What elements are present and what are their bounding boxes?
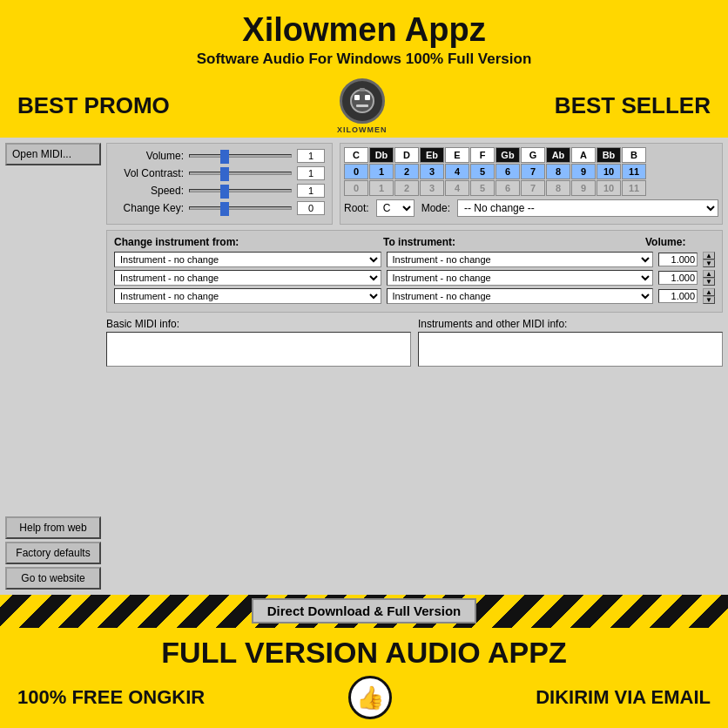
volume-up-1[interactable]: ▲ [703, 252, 715, 260]
note-B[interactable]: B [622, 147, 646, 163]
volume-value[interactable] [297, 149, 325, 163]
promo-right-label: BEST SELLER [555, 92, 711, 119]
help-from-web-button[interactable]: Help from web [5, 516, 101, 539]
factory-defaults-button[interactable]: Factory defaults [5, 542, 101, 564]
volume-header: Volume: [645, 236, 715, 248]
note-gray-3[interactable]: 3 [420, 180, 444, 196]
svg-rect-2 [365, 95, 370, 100]
note-num-5[interactable]: 5 [470, 164, 495, 179]
go-to-website-button[interactable]: Go to website [5, 567, 101, 590]
speed-slider-thumb[interactable] [220, 185, 229, 199]
note-num-3[interactable]: 3 [420, 164, 444, 179]
from-instrument-select-3[interactable]: Instrument - no change [114, 288, 381, 304]
basic-midi-textarea[interactable] [106, 332, 411, 367]
bottom-sub-right: DIKIRIM VIA EMAIL [536, 686, 711, 709]
left-sidebar: Open MIDI... Help from web Factory defau… [5, 143, 101, 590]
volume-down-3[interactable]: ▼ [703, 296, 715, 304]
vol-contrast-value[interactable] [297, 166, 325, 180]
logo-center: XILOWMEN [337, 78, 388, 134]
svg-rect-4 [360, 88, 365, 91]
to-instrument-header: To instrument: [383, 236, 638, 248]
note-Eb[interactable]: Eb [420, 147, 444, 163]
root-select[interactable]: CC#DEb [376, 199, 415, 217]
note-gray-11[interactable]: 11 [622, 180, 646, 196]
note-gray-9[interactable]: 9 [571, 180, 596, 196]
open-midi-button[interactable]: Open MIDI... [5, 143, 101, 165]
from-instrument-select-2[interactable]: Instrument - no change [114, 270, 381, 286]
note-Gb[interactable]: Gb [495, 147, 520, 163]
vol-contrast-slider-thumb[interactable] [220, 167, 229, 181]
center-content: Volume: Vol Contrast: Sp [106, 143, 723, 590]
note-num-4[interactable]: 4 [445, 164, 469, 179]
note-num-0[interactable]: 0 [344, 164, 368, 179]
note-num-7[interactable]: 7 [521, 164, 545, 179]
mode-select[interactable]: -- No change -- Major Minor [457, 199, 718, 217]
from-instrument-select-1[interactable]: Instrument - no change [114, 252, 381, 267]
volume-input-1[interactable] [658, 253, 698, 266]
note-Db[interactable]: Db [369, 147, 394, 163]
note-gray-1[interactable]: 1 [369, 180, 394, 196]
note-num-9[interactable]: 9 [571, 164, 596, 179]
basic-midi-box: Basic MIDI info: [106, 318, 411, 370]
note-grid: C Db D Eb E F Gb G Ab A Bb B 0 [344, 147, 718, 196]
note-D[interactable]: D [394, 147, 419, 163]
note-num-2[interactable]: 2 [394, 164, 419, 179]
change-key-value[interactable] [297, 201, 325, 215]
change-key-slider-thumb[interactable] [220, 202, 229, 216]
note-gray-8[interactable]: 8 [546, 180, 570, 196]
volume-down-1[interactable]: ▼ [703, 260, 715, 267]
volume-slider-track [189, 154, 292, 158]
note-Bb[interactable]: Bb [597, 147, 621, 163]
instrument-row-1: Instrument - no change Instrument - no c… [114, 252, 715, 267]
note-Ab[interactable]: Ab [546, 147, 570, 163]
stripe-bar: Direct Download & Full Version [0, 595, 728, 628]
note-G[interactable]: G [521, 147, 545, 163]
volume-down-2[interactable]: ▼ [703, 278, 715, 286]
change-key-slider-track [189, 206, 292, 210]
vol-contrast-label: Vol Contrast: [114, 167, 184, 179]
app-title: Xilowmen Appz [17, 12, 711, 49]
svg-rect-0 [351, 90, 374, 112]
note-num-10[interactable]: 10 [597, 164, 621, 179]
note-gray-5[interactable]: 5 [470, 180, 495, 196]
note-gray-2[interactable]: 2 [394, 180, 419, 196]
note-A[interactable]: A [571, 147, 596, 163]
change-from-header: Change instrument from: [114, 236, 369, 248]
note-num-8[interactable]: 8 [546, 164, 570, 179]
volume-input-2[interactable] [658, 271, 698, 285]
speed-slider-track [189, 189, 292, 192]
speed-label: Speed: [114, 185, 184, 197]
vol-contrast-slider-track [189, 172, 292, 175]
to-instrument-select-2[interactable]: Instrument - no change [387, 270, 654, 286]
bottom-main-text: FULL VERSION AUDIO APPZ [17, 637, 711, 669]
note-C[interactable]: C [344, 147, 368, 163]
volume-label: Volume: [114, 150, 184, 162]
instruments-midi-textarea[interactable] [418, 332, 723, 367]
note-gray-0[interactable]: 0 [344, 180, 368, 196]
note-gray-4[interactable]: 4 [445, 180, 469, 196]
volume-slider-thumb[interactable] [220, 150, 229, 164]
volume-input-3[interactable] [658, 289, 698, 303]
instruments-midi-box: Instruments and other MIDI info: [418, 318, 723, 370]
sliders-section: Volume: Vol Contrast: Sp [106, 143, 333, 225]
change-key-row: Change Key: [114, 201, 325, 215]
note-num-11[interactable]: 11 [622, 164, 646, 179]
root-mode-row: Root: CC#DEb Mode: -- No change -- Major… [344, 196, 718, 220]
note-F[interactable]: F [470, 147, 495, 163]
note-num-1[interactable]: 1 [369, 164, 394, 179]
note-gray-10[interactable]: 10 [597, 180, 621, 196]
volume-up-3[interactable]: ▲ [703, 288, 715, 296]
to-instrument-select-1[interactable]: Instrument - no change [387, 252, 654, 267]
volume-row: Volume: [114, 149, 325, 163]
root-label: Root: [344, 202, 369, 214]
instrument-header-row: Change instrument from: To instrument: V… [114, 236, 715, 248]
note-num-6[interactable]: 6 [495, 164, 520, 179]
to-instrument-select-3[interactable]: Instrument - no change [387, 288, 654, 304]
speed-value[interactable] [297, 184, 325, 198]
note-gray-6[interactable]: 6 [495, 180, 520, 196]
note-gray-7[interactable]: 7 [521, 180, 545, 196]
change-key-label: Change Key: [114, 202, 184, 214]
instrument-row-3: Instrument - no change Instrument - no c… [114, 288, 715, 304]
volume-up-2[interactable]: ▲ [703, 270, 715, 278]
note-E[interactable]: E [445, 147, 469, 163]
